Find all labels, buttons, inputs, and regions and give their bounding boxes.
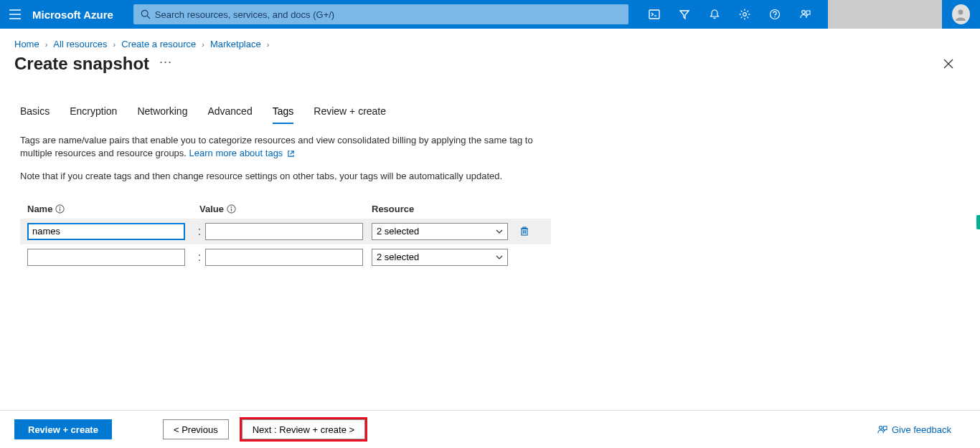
chevron-down-icon bbox=[496, 229, 503, 234]
feedback-person-icon bbox=[877, 424, 887, 435]
svg-line-13 bbox=[747, 16, 748, 18]
breadcrumb-home[interactable]: Home bbox=[14, 39, 39, 49]
review-create-button[interactable]: Review + create bbox=[14, 419, 112, 439]
global-search-input[interactable] bbox=[155, 9, 621, 20]
chevron-right-icon: › bbox=[202, 40, 204, 49]
svg-line-22 bbox=[291, 151, 294, 155]
tags-table: Name Value Resource : 2 selected bbox=[20, 199, 551, 270]
breadcrumb-marketplace[interactable]: Marketplace bbox=[210, 39, 261, 49]
give-feedback-link[interactable]: Give feedback bbox=[877, 424, 951, 435]
svg-point-7 bbox=[743, 13, 747, 16]
svg-line-4 bbox=[147, 16, 150, 19]
help-icon[interactable] bbox=[760, 0, 789, 29]
breadcrumb-create-resource[interactable]: Create a resource bbox=[121, 39, 196, 49]
topbar-icons bbox=[640, 0, 819, 29]
wizard-tabs: Basics Encryption Networking Advanced Ta… bbox=[0, 74, 980, 124]
tab-encryption[interactable]: Encryption bbox=[70, 105, 117, 124]
svg-point-27 bbox=[231, 206, 232, 208]
settings-gear-icon[interactable] bbox=[730, 0, 759, 29]
svg-line-15 bbox=[747, 11, 748, 12]
tenant-account-area[interactable] bbox=[828, 0, 942, 29]
top-bar: Microsoft Azure bbox=[0, 0, 980, 29]
chevron-right-icon: › bbox=[45, 40, 48, 49]
tab-networking[interactable]: Networking bbox=[137, 105, 187, 124]
search-icon bbox=[141, 9, 151, 19]
user-avatar[interactable] bbox=[952, 4, 970, 24]
previous-button[interactable]: < Previous bbox=[163, 419, 229, 439]
notifications-icon[interactable] bbox=[700, 0, 729, 29]
chevron-right-icon: › bbox=[113, 40, 116, 49]
more-actions-icon[interactable]: ··· bbox=[159, 54, 172, 70]
page-title-row: Create snapshot ··· bbox=[0, 52, 980, 74]
svg-rect-34 bbox=[523, 227, 526, 229]
colon-separator: : bbox=[194, 225, 205, 238]
svg-point-19 bbox=[958, 10, 963, 15]
tag-resource-select[interactable]: 2 selected bbox=[372, 249, 508, 266]
close-blade-icon[interactable] bbox=[938, 54, 958, 74]
wizard-footer: Review + create < Previous Next : Review… bbox=[0, 410, 980, 448]
tab-review-create[interactable]: Review + create bbox=[314, 105, 386, 124]
colon-separator: : bbox=[194, 251, 205, 264]
svg-rect-5 bbox=[649, 10, 659, 19]
tag-value-input[interactable] bbox=[205, 223, 363, 240]
svg-point-17 bbox=[774, 16, 776, 18]
svg-point-24 bbox=[60, 206, 61, 208]
breadcrumb: Home› All resources› Create a resource› … bbox=[0, 29, 980, 52]
col-header-resource: Resource bbox=[372, 204, 414, 214]
svg-line-12 bbox=[741, 11, 743, 12]
tag-name-input[interactable] bbox=[27, 223, 185, 240]
breadcrumb-all-resources[interactable]: All resources bbox=[53, 39, 107, 49]
tags-header-row: Name Value Resource bbox=[20, 199, 551, 219]
side-indicator bbox=[976, 215, 980, 229]
svg-line-14 bbox=[741, 16, 743, 18]
chevron-right-icon: › bbox=[267, 40, 270, 49]
svg-point-35 bbox=[879, 426, 882, 429]
select-value: 2 selected bbox=[377, 226, 419, 237]
tag-value-input[interactable] bbox=[205, 249, 363, 266]
svg-point-18 bbox=[802, 11, 806, 14]
directory-filter-icon[interactable] bbox=[670, 0, 699, 29]
cloud-shell-icon[interactable] bbox=[640, 0, 669, 29]
info-icon[interactable] bbox=[55, 204, 65, 214]
tag-row: : 2 selected bbox=[20, 244, 551, 270]
external-link-icon bbox=[287, 150, 295, 158]
feedback-icon[interactable] bbox=[791, 0, 819, 29]
select-value: 2 selected bbox=[377, 252, 419, 262]
give-feedback-label: Give feedback bbox=[892, 424, 951, 435]
page-title: Create snapshot bbox=[14, 54, 149, 74]
info-icon[interactable] bbox=[227, 204, 236, 214]
hamburger-menu-icon[interactable] bbox=[6, 4, 24, 24]
col-header-value: Value bbox=[199, 204, 224, 214]
brand-label[interactable]: Microsoft Azure bbox=[29, 9, 121, 21]
delete-tag-icon[interactable] bbox=[519, 226, 529, 237]
tag-name-input[interactable] bbox=[27, 249, 185, 266]
tab-basics[interactable]: Basics bbox=[20, 105, 50, 124]
tags-note-text: Note that if you create tags and then ch… bbox=[20, 170, 540, 183]
tag-row: : 2 selected bbox=[20, 219, 551, 244]
learn-more-tags-link[interactable]: Learn more about tags bbox=[189, 148, 295, 158]
next-button[interactable]: Next : Review + create > bbox=[242, 419, 365, 439]
svg-point-3 bbox=[141, 10, 148, 16]
tag-resource-select[interactable]: 2 selected bbox=[372, 223, 508, 240]
tab-tags[interactable]: Tags bbox=[273, 105, 294, 124]
col-header-name: Name bbox=[27, 204, 52, 214]
global-search[interactable] bbox=[133, 4, 628, 24]
tab-description: Tags are name/value pairs that enable yo… bbox=[0, 124, 560, 184]
tab-advanced[interactable]: Advanced bbox=[207, 105, 252, 124]
chevron-down-icon bbox=[496, 255, 503, 259]
